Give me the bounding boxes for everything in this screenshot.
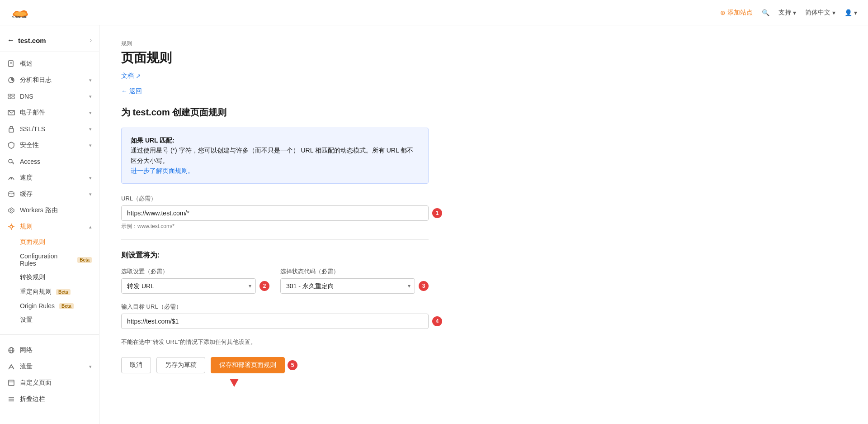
select-setting-input[interactable]: 转发 URL 始终使用 HTTPS 自动缩小 缓存规则 (121, 278, 256, 294)
url-field-group: URL（必需） 1 示例：www.test.com/* (121, 195, 429, 230)
search-button[interactable]: 🔍 (762, 9, 769, 16)
sidebar-item-network[interactable]: 网络 (0, 342, 99, 358)
page-title: 页面规则 (121, 49, 846, 67)
sidebar-subitem-settings[interactable]: 设置 (0, 313, 99, 327)
shield-icon (7, 141, 15, 149)
target-url-input[interactable] (121, 314, 429, 329)
sidebar-item-custom-pages[interactable]: 自定义页面 (0, 375, 99, 391)
chart-icon (7, 76, 15, 84)
support-menu[interactable]: 支持 ▾ (778, 9, 796, 17)
custom-pages-icon (7, 379, 15, 387)
sidebar-item-traffic[interactable]: 流量 ▾ (0, 358, 99, 375)
sidebar-item-security[interactable]: 安全性 ▾ (0, 137, 99, 153)
add-site-button[interactable]: ⊕ 添加站点 (720, 9, 753, 17)
select-status-label: 选择状态代码（必需） (280, 267, 429, 276)
traffic-icon (7, 362, 15, 371)
save-draft-button[interactable]: 另存为草稿 (156, 357, 205, 373)
svg-point-16 (11, 178, 12, 180)
svg-rect-29 (9, 380, 14, 386)
chevron-icon: ▾ (89, 94, 92, 100)
svg-point-3 (14, 11, 26, 15)
sidebar-item-cache[interactable]: 缓存 ▾ (0, 186, 99, 202)
support-label: 支持 (778, 9, 791, 17)
sidebar-item-rules[interactable]: 规则 ▴ (0, 219, 99, 235)
subitem-label: 设置 (20, 316, 33, 324)
svg-rect-12 (12, 97, 14, 99)
sidebar-item-overview[interactable]: 概述 (0, 56, 99, 72)
sidebar-item-email[interactable]: 电子邮件 ▾ (0, 105, 99, 121)
subitem-label: 页面规则 (20, 238, 45, 246)
language-menu[interactable]: 简体中文 ▾ (805, 9, 835, 17)
sidebar-item-label: 电子邮件 (20, 109, 85, 117)
button-group: 取消 另存为草稿 保存和部署页面规则 5 (121, 357, 429, 373)
sidebar-item-label: 速度 (20, 174, 85, 182)
subitem-label: 转换规则 (20, 273, 45, 281)
chevron-down-icon: ▾ (854, 9, 857, 16)
select-setting-label: 选取设置（必需） (121, 267, 269, 276)
sidebar-item-ssl[interactable]: SSL/TLS ▾ (0, 121, 99, 137)
language-label: 简体中文 (805, 9, 830, 17)
chevron-icon: ▾ (89, 143, 92, 148)
sidebar-item-workers[interactable]: Workers 路由 (0, 202, 99, 219)
logo-area: CLOUDFLARE (11, 6, 30, 19)
sidebar-item-label: 自定义页面 (20, 379, 92, 387)
account-menu[interactable]: 👤 ▾ (844, 9, 857, 16)
sidebar-item-label: Workers 路由 (20, 206, 92, 214)
sidebar-subitem-transform-rules[interactable]: 转换规则 (0, 270, 99, 285)
domain-chevron-icon[interactable]: › (90, 37, 92, 43)
chevron-down-icon: ▾ (832, 9, 835, 16)
sidebar-item-analytics[interactable]: 分析和日志 ▾ (0, 72, 99, 88)
sidebar-item-access[interactable]: Access (0, 153, 99, 170)
note-text: 不能在选中"转发 URL"的情况下添加任何其他设置。 (121, 338, 429, 346)
sidebar-subitem-redirect-rules[interactable]: 重定向规则 Beta (0, 285, 99, 299)
sidebar-item-label: 折叠边栏 (20, 395, 92, 403)
chevron-icon: ▾ (89, 191, 92, 197)
back-link[interactable]: ← 返回 (121, 87, 142, 95)
select-status-input[interactable]: 301 - 永久重定向 302 - 临时重定向 (280, 278, 415, 294)
sidebar-subitem-page-rules[interactable]: 页面规则 (0, 235, 99, 249)
chevron-down-icon: ▾ (793, 9, 796, 16)
sidebar-item-dns[interactable]: DNS ▾ (0, 88, 99, 105)
key-icon (7, 157, 15, 166)
save-deploy-button[interactable]: 保存和部署页面规则 (211, 357, 285, 373)
step-3-badge: 3 (419, 281, 429, 291)
doc-link[interactable]: 文档 ↗ (121, 72, 846, 80)
add-site-label: 添加站点 (727, 9, 753, 17)
sidebar-item-label: 缓存 (20, 190, 85, 198)
sidebar-subitem-config-rules[interactable]: Configuration Rules Beta (0, 249, 99, 270)
doc-link-text[interactable]: 文档 (121, 72, 134, 80)
svg-point-17 (9, 192, 14, 194)
step-1-badge: 1 (432, 208, 442, 218)
arrow-annotation (230, 379, 429, 387)
breadcrumb: 规则 (121, 40, 846, 48)
top-navigation: CLOUDFLARE ⊕ 添加站点 🔍 支持 ▾ 简体中文 ▾ 👤 ▾ (0, 0, 868, 25)
sidebar-subitem-origin-rules[interactable]: Origin Rules Beta (0, 299, 99, 313)
cancel-button[interactable]: 取消 (121, 357, 151, 373)
cloudflare-logo[interactable]: CLOUDFLARE (11, 6, 30, 19)
sidebar-item-label: 概述 (20, 60, 92, 68)
chevron-icon: ▾ (89, 126, 92, 132)
sidebar-domain: ← test.com › (0, 33, 99, 52)
svg-point-20 (10, 225, 13, 228)
url-field-label: URL（必需） (121, 195, 429, 203)
beta-badge: Beta (59, 303, 74, 309)
step-2-badge: 2 (259, 281, 269, 291)
subitem-label: 重定向规则 (20, 288, 52, 296)
sidebar-item-label: Access (20, 158, 92, 165)
sidebar: ← test.com › 概述 分析和日志 ▾ DNS ▾ (0, 25, 99, 424)
info-box-link[interactable]: 进一步了解页面规则。 (131, 167, 194, 174)
domain-back[interactable]: ← test.com (7, 36, 46, 44)
url-input[interactable] (121, 205, 429, 221)
email-icon (7, 109, 15, 117)
network-icon (7, 346, 15, 354)
external-link-icon: ↗ (136, 72, 141, 80)
info-box-heading: 如果 URL 匹配: (131, 137, 175, 144)
back-arrow-icon: ← (7, 36, 14, 44)
sidebar-item-speed[interactable]: 速度 ▾ (0, 170, 99, 186)
account-icon: 👤 (844, 9, 852, 16)
sidebar-item-scrape-shield[interactable]: 折叠边栏 (0, 391, 99, 407)
select-setting-group: 选取设置（必需） 转发 URL 始终使用 HTTPS 自动缩小 缓存规则 2 (121, 267, 269, 294)
beta-badge: Beta (77, 257, 92, 263)
beta-badge: Beta (56, 289, 71, 295)
rules-icon (7, 223, 15, 231)
